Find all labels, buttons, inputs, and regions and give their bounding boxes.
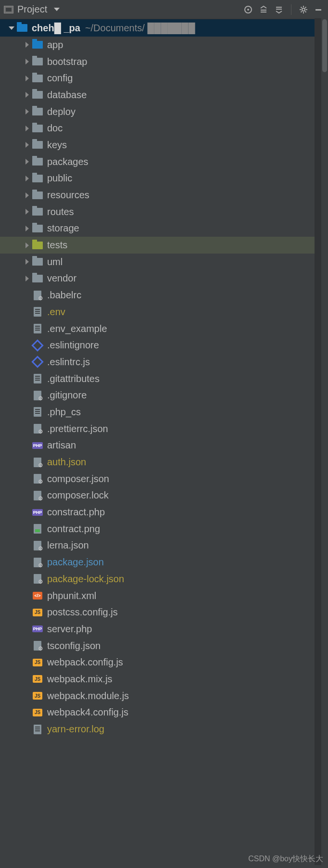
chevron-right-icon[interactable] — [22, 109, 32, 115]
tree-folder-app[interactable]: app — [0, 37, 328, 53]
chevron-right-icon[interactable] — [22, 192, 32, 198]
tree-file-postcss-config-js[interactable]: JSpostcss.config.js — [0, 604, 328, 621]
tree-file-webpack4-config-js[interactable]: JSwebpack4.config.js — [0, 704, 328, 721]
tree-file-webpack-module-js[interactable]: JSwebpack.module.js — [0, 688, 328, 704]
svg-point-2 — [302, 8, 305, 11]
file-label: package-lock.json — [47, 574, 124, 585]
chevron-right-icon[interactable] — [22, 276, 32, 281]
tree-file-constract-php[interactable]: PHPconstract.php — [0, 504, 328, 521]
tree-file--babelrc[interactable]: .babelrc — [0, 287, 328, 304]
tree-file--eslintignore[interactable]: .eslintignore — [0, 337, 328, 354]
arrow-empty — [22, 460, 32, 465]
tree-folder-uml[interactable]: uml — [0, 254, 328, 270]
folder-icon — [32, 140, 43, 150]
tree-file-phpunit-xml[interactable]: </>phpunit.xml — [0, 587, 328, 604]
tree-file-composer-json[interactable]: composer.json — [0, 471, 328, 487]
chevron-right-icon[interactable] — [22, 226, 32, 231]
tree-folder-deploy[interactable]: deploy — [0, 103, 328, 120]
tree-file--gitattributes[interactable]: .gitattributes — [0, 370, 328, 387]
file-icon — [32, 458, 43, 467]
folder-label: routes — [47, 206, 74, 217]
chevron-down-icon[interactable] — [7, 26, 16, 30]
tree-folder-packages[interactable]: packages — [0, 153, 328, 170]
tree-file-composer-lock[interactable]: composer.lock — [0, 487, 328, 504]
file-label: .gitignore — [47, 390, 87, 401]
file-label: webpack.mix.js — [47, 674, 113, 685]
collapse-all-icon[interactable] — [274, 4, 284, 15]
tree-folder-public[interactable]: public — [0, 170, 328, 187]
project-selector[interactable]: Project — [4, 4, 60, 15]
tree-file-package-json[interactable]: package.json — [0, 554, 328, 571]
file-label: lerna.json — [47, 540, 89, 551]
file-label: composer.json — [47, 473, 109, 485]
chevron-right-icon[interactable] — [22, 243, 32, 248]
arrow-empty — [22, 560, 32, 565]
chevron-right-icon[interactable] — [22, 259, 32, 265]
tree-folder-database[interactable]: database — [0, 87, 328, 103]
chevron-right-icon[interactable] — [22, 92, 32, 98]
file-label: webpack4.config.js — [47, 707, 128, 718]
arrow-empty — [22, 309, 32, 315]
file-icon: JS — [32, 691, 43, 701]
tree-file--eslintrc-js[interactable]: .eslintrc.js — [0, 354, 328, 370]
chevron-right-icon[interactable] — [22, 59, 32, 64]
folder-label: database — [47, 89, 87, 101]
tree-folder-keys[interactable]: keys — [0, 137, 328, 153]
scrollbar[interactable] — [321, 0, 328, 868]
chevron-right-icon[interactable] — [22, 209, 32, 215]
chevron-right-icon[interactable] — [22, 159, 32, 165]
chevron-right-icon[interactable] — [22, 126, 32, 131]
arrow-empty — [22, 626, 32, 632]
tree-folder-vendor[interactable]: vendor — [0, 270, 328, 287]
folder-label: tests — [47, 240, 67, 251]
file-icon: PHP — [32, 508, 43, 517]
file-label: auth.json — [47, 457, 86, 468]
tree-file-contract-png[interactable]: contract.png — [0, 521, 328, 537]
tree-root[interactable]: cheh█ _pa ~/Documents/ ███████ — [0, 19, 328, 37]
tree-folder-routes[interactable]: routes — [0, 204, 328, 220]
tree-file-tsconfig-json[interactable]: tsconfig.json — [0, 638, 328, 654]
file-icon: JS — [32, 658, 43, 667]
tree-folder-bootstrap[interactable]: bootstrap — [0, 53, 328, 70]
tree-file--gitignore[interactable]: .gitignore — [0, 387, 328, 404]
chevron-right-icon[interactable] — [22, 42, 32, 48]
tree-file--env-example[interactable]: .env_example — [0, 320, 328, 337]
arrow-empty — [22, 660, 32, 665]
folder-label: public — [47, 173, 72, 184]
tree-file-package-lock-json[interactable]: package-lock.json — [0, 571, 328, 587]
gear-icon[interactable] — [298, 4, 309, 15]
tree-file-artisan[interactable]: PHPartisan — [0, 437, 328, 454]
project-icon — [4, 6, 13, 13]
tree-file-yarn-error-log[interactable]: yarn-error.log — [0, 721, 328, 738]
chevron-right-icon[interactable] — [22, 176, 32, 181]
expand-all-icon[interactable] — [258, 4, 269, 15]
file-icon: PHP — [32, 441, 43, 450]
locate-icon[interactable] — [243, 4, 253, 15]
tree-file-lerna-json[interactable]: lerna.json — [0, 537, 328, 554]
folder-label: vendor — [47, 273, 76, 284]
root-name: cheh█ _pa — [32, 23, 80, 34]
scrollbar-thumb[interactable] — [322, 19, 327, 72]
tree-folder-config[interactable]: config — [0, 70, 328, 87]
project-title: Project — [17, 4, 47, 15]
arrow-empty — [22, 727, 32, 732]
chevron-right-icon[interactable] — [22, 142, 32, 148]
chevron-right-icon[interactable] — [22, 76, 32, 81]
tree-file--php-cs[interactable]: .php_cs — [0, 404, 328, 421]
tree-folder-resources[interactable]: resources — [0, 187, 328, 204]
tree-file-server-php[interactable]: PHPserver.php — [0, 621, 328, 638]
file-label: postcss.config.js — [47, 607, 118, 618]
tree-file-webpack-mix-js[interactable]: JSwebpack.mix.js — [0, 671, 328, 688]
folder-icon — [32, 90, 43, 100]
file-label: yarn-error.log — [47, 724, 104, 735]
tree-folder-storage[interactable]: storage — [0, 220, 328, 237]
file-icon — [32, 574, 43, 584]
tree-file--prettierrc-json[interactable]: .prettierrc.json — [0, 421, 328, 437]
folder-label: uml — [47, 256, 63, 268]
tree-folder-tests[interactable]: tests — [0, 237, 328, 254]
folder-icon — [32, 224, 43, 233]
tree-folder-doc[interactable]: doc — [0, 120, 328, 137]
tree-file-webpack-config-js[interactable]: JSwebpack.config.js — [0, 654, 328, 671]
tree-file--env[interactable]: .env — [0, 304, 328, 320]
tree-file-auth-json[interactable]: auth.json — [0, 454, 328, 471]
